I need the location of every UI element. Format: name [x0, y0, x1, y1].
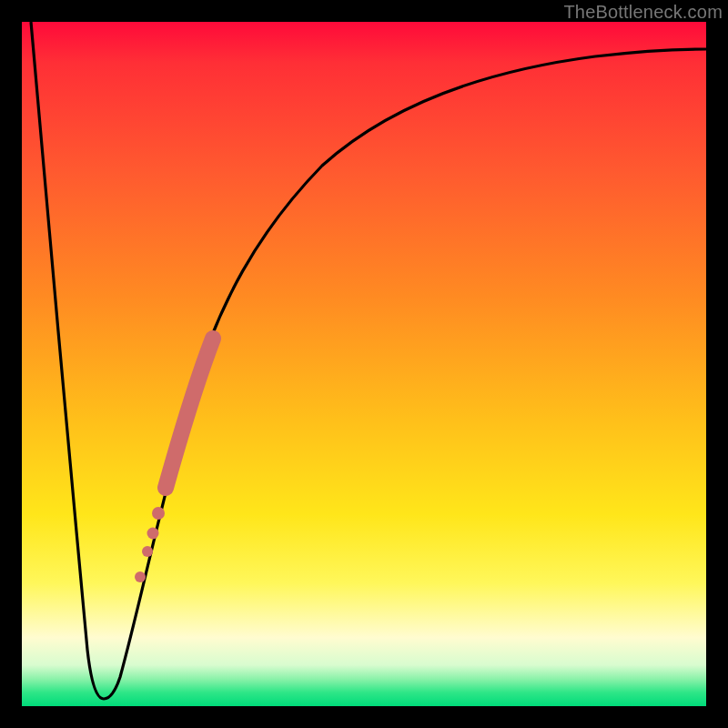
bottleneck-curve [31, 22, 706, 699]
highlight-dot [147, 528, 159, 540]
highlight-dot [135, 571, 146, 582]
chart-svg [22, 22, 706, 706]
highlight-dot [152, 507, 165, 520]
chart-frame: TheBottleneck.com [0, 0, 728, 728]
highlight-segment [166, 339, 213, 488]
highlight-dot [142, 546, 153, 557]
attribution-text: TheBottleneck.com [563, 2, 723, 23]
